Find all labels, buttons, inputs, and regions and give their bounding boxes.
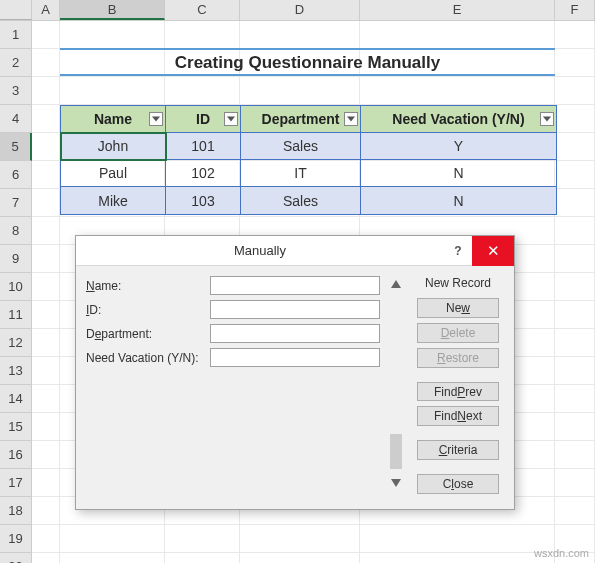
cell[interactable] [555,497,595,525]
cell[interactable] [165,77,240,105]
filter-icon[interactable] [149,112,163,126]
cell[interactable] [240,21,360,49]
field-vac-input[interactable] [210,348,380,367]
col-header-d[interactable]: D [240,0,360,20]
cell-name[interactable]: Mike [61,187,166,214]
record-scrollbar[interactable] [388,276,404,499]
scroll-thumb[interactable] [390,434,402,469]
close-button[interactable]: Close [417,474,499,494]
cell[interactable] [555,413,595,441]
field-dept-input[interactable] [210,324,380,343]
cell[interactable] [555,245,595,273]
cell-id[interactable]: 103 [166,187,241,214]
cell-id[interactable]: 102 [166,160,241,187]
cell[interactable] [240,553,360,563]
col-header-f[interactable]: F [555,0,595,20]
header-vacation[interactable]: Need Vacation (Y/N) [361,106,556,133]
cell[interactable] [32,189,60,217]
row-header-4[interactable]: 4 [0,105,32,133]
select-all-corner[interactable] [0,0,32,20]
cell-vac[interactable]: N [361,187,556,214]
cell[interactable] [32,553,60,563]
cell[interactable] [555,301,595,329]
header-department[interactable]: Department [241,106,361,133]
row-header-15[interactable]: 15 [0,413,32,441]
col-header-c[interactable]: C [165,0,240,20]
cell[interactable] [360,525,555,553]
row-header-19[interactable]: 19 [0,525,32,553]
cell[interactable] [32,385,60,413]
cell[interactable] [360,77,555,105]
cell[interactable] [32,217,60,245]
cell-id[interactable]: 101 [166,133,241,160]
cell-vac[interactable]: N [361,160,556,187]
cell[interactable] [32,413,60,441]
cell[interactable] [32,441,60,469]
header-id[interactable]: ID [166,106,241,133]
scroll-down-icon[interactable] [388,475,404,491]
cell[interactable] [360,21,555,49]
cell[interactable] [32,525,60,553]
cell[interactable] [555,273,595,301]
find-next-button[interactable]: Find Next [417,406,499,426]
row-header-6[interactable]: 6 [0,161,32,189]
cell[interactable] [555,133,595,161]
cell[interactable] [32,77,60,105]
row-header-11[interactable]: 11 [0,301,32,329]
row-header-10[interactable]: 10 [0,273,32,301]
cell[interactable] [32,245,60,273]
cell-vac[interactable]: Y [361,133,556,160]
cell[interactable] [165,525,240,553]
cell-name[interactable]: Paul [61,160,166,187]
field-id-input[interactable] [210,300,380,319]
row-header-13[interactable]: 13 [0,357,32,385]
cell-name[interactable]: John [61,133,166,160]
cell[interactable] [32,133,60,161]
row-header-18[interactable]: 18 [0,497,32,525]
new-button[interactable]: New [417,298,499,318]
close-icon[interactable]: ✕ [472,236,514,266]
cell[interactable] [32,49,60,77]
filter-icon[interactable] [344,112,358,126]
scroll-up-icon[interactable] [388,276,404,292]
cell[interactable] [555,469,595,497]
row-header-20[interactable]: 20 [0,553,32,563]
cell[interactable] [555,105,595,133]
cell[interactable] [32,161,60,189]
cell[interactable] [60,525,165,553]
cell[interactable] [555,49,595,77]
cell[interactable] [555,329,595,357]
row-header-16[interactable]: 16 [0,441,32,469]
row-header-9[interactable]: 9 [0,245,32,273]
row-header-5[interactable]: 5 [0,133,32,161]
col-header-e[interactable]: E [360,0,555,20]
cell[interactable] [32,301,60,329]
criteria-button[interactable]: Criteria [417,440,499,460]
cell[interactable] [555,21,595,49]
row-header-8[interactable]: 8 [0,217,32,245]
cell[interactable] [32,497,60,525]
help-button[interactable]: ? [444,236,472,266]
cell[interactable] [555,217,595,245]
cell[interactable] [60,21,165,49]
header-name[interactable]: Name [61,106,166,133]
filter-icon[interactable] [224,112,238,126]
cell[interactable] [555,385,595,413]
cell[interactable] [555,189,595,217]
row-header-14[interactable]: 14 [0,385,32,413]
cell-dept[interactable]: Sales [241,187,361,214]
cell[interactable] [32,469,60,497]
cell-dept[interactable]: Sales [241,133,361,160]
cell[interactable] [240,525,360,553]
cell[interactable] [32,273,60,301]
cell[interactable] [555,357,595,385]
cell[interactable] [360,553,555,563]
cell[interactable] [60,77,165,105]
cell[interactable] [555,77,595,105]
row-header-2[interactable]: 2 [0,49,32,77]
row-header-12[interactable]: 12 [0,329,32,357]
cell[interactable] [60,553,165,563]
col-header-a[interactable]: A [32,0,60,20]
cell[interactable] [240,77,360,105]
filter-icon[interactable] [540,112,554,126]
